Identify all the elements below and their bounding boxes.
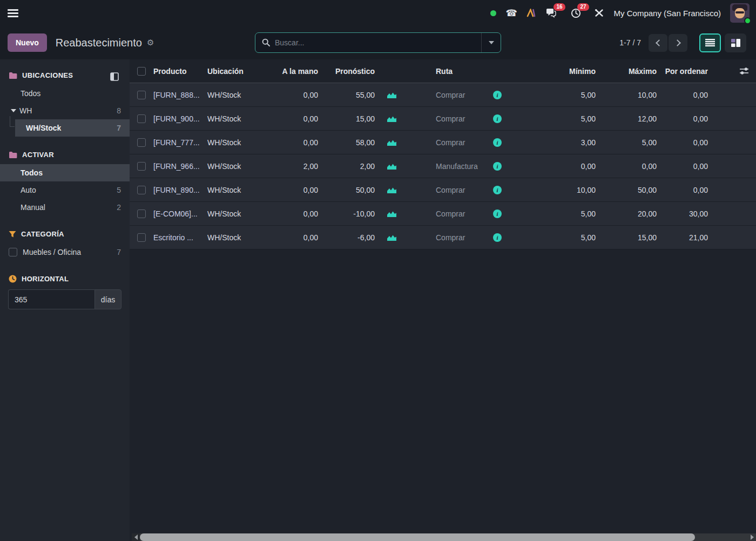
table-row[interactable]: [FURN_777... WH/Stock 0,00 58,00 Comprar… [130, 131, 756, 154]
pager-next-button[interactable] [669, 34, 687, 52]
new-button[interactable]: Nuevo [8, 33, 47, 52]
row-checkbox[interactable] [137, 209, 146, 218]
route-info-icon[interactable]: i [493, 233, 502, 242]
table-row[interactable]: [FURN_900... WH/Stock 0,00 15,00 Comprar… [130, 107, 756, 131]
table-row[interactable]: [FURN_966... WH/Stock 2,00 2,00 Manufact… [130, 154, 756, 178]
forecast-chart-icon[interactable] [387, 115, 397, 123]
row-checkbox[interactable] [137, 114, 146, 123]
column-header-por-ordenar[interactable]: Por ordenar [657, 67, 708, 76]
cell-product[interactable]: [E-COM06]... [153, 209, 207, 218]
tools-icon[interactable] [595, 9, 604, 17]
route-info-icon[interactable]: i [493, 114, 502, 123]
apps-menu-icon[interactable] [8, 8, 18, 19]
cell-max[interactable]: 15,00 [596, 233, 657, 242]
messages-icon[interactable]: 16 [545, 8, 557, 18]
cell-to-order[interactable]: 0,00 [657, 186, 708, 194]
cell-min[interactable]: 3,00 [505, 138, 596, 147]
cell-to-order[interactable]: 0,00 [657, 138, 708, 147]
cell-min[interactable]: 10,00 [505, 186, 596, 194]
cell-product[interactable]: Escritorio ... [153, 233, 207, 242]
route-info-icon[interactable]: i [493, 91, 502, 99]
row-checkbox[interactable] [137, 162, 146, 171]
forecast-chart-icon[interactable] [387, 139, 397, 146]
forecast-chart-icon[interactable] [387, 186, 397, 194]
horizon-days-input[interactable] [8, 289, 94, 309]
company-switcher[interactable]: My Company (San Francisco) [614, 9, 721, 18]
sidebar-item-wh-stock[interactable]: WH/Stock 7 [15, 119, 130, 137]
ai-assistant-icon[interactable] [526, 9, 536, 17]
list-view-button[interactable] [699, 33, 721, 52]
cell-to-order[interactable]: 21,00 [657, 233, 708, 242]
caret-down-icon[interactable] [11, 109, 16, 112]
cell-to-order[interactable]: 0,00 [657, 114, 708, 123]
cell-max[interactable]: 0,00 [596, 162, 657, 171]
row-checkbox[interactable] [137, 186, 146, 194]
scroll-left-button[interactable] [132, 533, 140, 541]
table-row[interactable]: [E-COM06]... WH/Stock 0,00 -10,00 Compra… [130, 202, 756, 226]
cell-min[interactable]: 5,00 [505, 114, 596, 123]
activities-icon[interactable]: 27 [571, 8, 581, 18]
cell-max[interactable]: 50,00 [596, 186, 657, 194]
phone-icon[interactable]: ☎ [505, 9, 517, 18]
view-settings-gear-icon[interactable]: ⚙ [147, 38, 154, 48]
cell-max[interactable]: 12,00 [596, 114, 657, 123]
column-header-maximo[interactable]: Máximo [596, 67, 657, 76]
kanban-view-button[interactable] [725, 33, 746, 52]
cell-product[interactable]: [FURN_888... [153, 91, 207, 99]
forecast-chart-icon[interactable] [387, 210, 397, 218]
section-categoria-header[interactable]: CATEGORÍA [0, 230, 130, 238]
search-input[interactable] [271, 38, 481, 47]
cell-to-order[interactable]: 0,00 [657, 91, 708, 99]
scrollbar-thumb[interactable] [140, 533, 695, 541]
route-info-icon[interactable]: i [493, 162, 502, 171]
forecast-chart-icon[interactable] [387, 163, 397, 170]
cell-to-order[interactable]: 30,00 [657, 209, 708, 218]
row-checkbox[interactable] [137, 91, 146, 99]
row-checkbox[interactable] [137, 138, 146, 147]
route-info-icon[interactable]: i [493, 209, 502, 218]
section-activar-header[interactable]: ACTIVAR [0, 151, 130, 159]
cell-max[interactable]: 20,00 [596, 209, 657, 218]
sidebar-item-wh[interactable]: WH 8 [0, 102, 130, 119]
table-row[interactable]: Escritorio ... WH/Stock 0,00 -6,00 Compr… [130, 226, 756, 249]
cell-product[interactable]: [FURN_890... [153, 186, 207, 194]
cell-min[interactable]: 0,00 [505, 162, 596, 171]
column-header-pronostico[interactable]: Pronóstico [318, 67, 375, 76]
sidebar-item-auto[interactable]: Auto 5 [0, 181, 130, 199]
cell-min[interactable]: 5,00 [505, 209, 596, 218]
row-checkbox[interactable] [137, 233, 146, 242]
cell-product[interactable]: [FURN_900... [153, 114, 207, 123]
sidebar-item-manual[interactable]: Manual 2 [0, 199, 130, 216]
sidebar-item-ubicaciones-todos[interactable]: Todos [0, 85, 130, 102]
route-info-icon[interactable]: i [493, 186, 502, 194]
cell-min[interactable]: 5,00 [505, 233, 596, 242]
cell-max[interactable]: 5,00 [596, 138, 657, 147]
category-checkbox[interactable] [9, 248, 17, 256]
sidebar-item-muebles-oficina[interactable]: Muebles / Oficina 7 [0, 244, 130, 261]
cell-max[interactable]: 10,00 [596, 91, 657, 99]
section-horizontal-header[interactable]: HORIZONTAL [0, 275, 130, 283]
sidebar-collapse-icon[interactable] [110, 72, 119, 81]
column-header-ruta[interactable]: Ruta [408, 67, 489, 76]
scrollbar-track[interactable] [695, 533, 748, 541]
table-row[interactable]: [FURN_890... WH/Stock 0,00 50,00 Comprar… [130, 178, 756, 202]
column-header-minimo[interactable]: Mínimo [505, 67, 596, 76]
sidebar-item-activar-todos[interactable]: Todos [0, 164, 130, 181]
cell-min[interactable]: 5,00 [505, 91, 596, 99]
column-header-a-la-mano[interactable]: A la mano [267, 67, 318, 76]
cell-to-order[interactable]: 0,00 [657, 162, 708, 171]
table-row[interactable]: [FURN_888... WH/Stock 0,00 55,00 Comprar… [130, 83, 756, 107]
forecast-chart-icon[interactable] [387, 91, 397, 99]
scroll-right-button[interactable] [748, 533, 756, 541]
pager-previous-button[interactable] [649, 34, 667, 52]
route-info-icon[interactable]: i [493, 138, 502, 147]
optional-columns-icon[interactable] [739, 67, 749, 75]
cell-product[interactable]: [FURN_777... [153, 138, 207, 147]
column-header-ubicacion[interactable]: Ubicación [207, 67, 267, 76]
cell-product[interactable]: [FURN_966... [153, 162, 207, 171]
select-all-checkbox[interactable] [137, 67, 146, 76]
forecast-chart-icon[interactable] [387, 234, 397, 241]
search-options-toggle[interactable] [481, 33, 501, 52]
user-avatar[interactable] [730, 3, 750, 23]
column-header-producto[interactable]: Producto [153, 67, 207, 76]
